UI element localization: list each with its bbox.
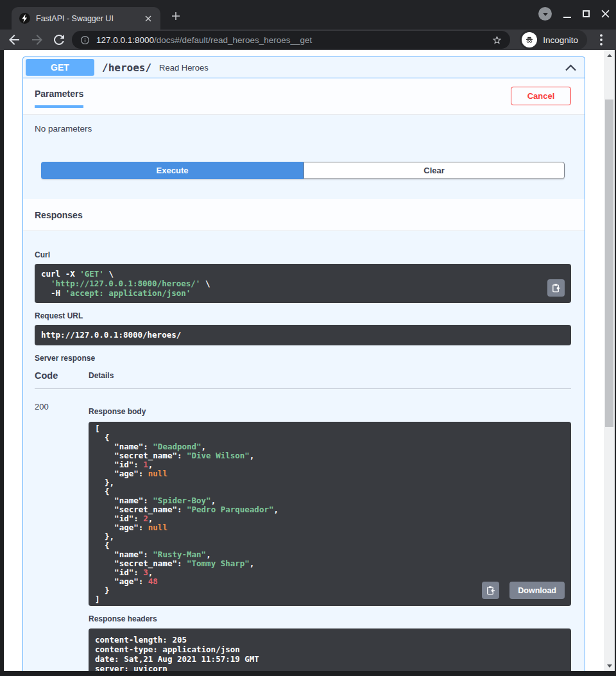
- forward-button-icon[interactable]: [30, 32, 45, 48]
- response-body-label: Response body: [89, 407, 571, 416]
- code-line: [: [95, 424, 565, 433]
- maximize-button[interactable]: [583, 10, 590, 17]
- browser-toolbar: 127.0.0.1:8000/docs#/default/read_heroes…: [0, 30, 616, 50]
- scroll-up-icon[interactable]: [604, 50, 615, 60]
- response-body-actions: Download: [482, 582, 565, 599]
- code-line: server: uvicorn: [95, 664, 565, 671]
- page-content: GET /heroes/ Read Heroes Parameters Canc…: [4, 50, 615, 671]
- response-row-200: 200 Response body [ { "name": "Deadpond"…: [35, 401, 571, 671]
- request-url-block: http://127.0.0.1:8000/heroes/: [35, 325, 571, 345]
- code-line: "id": 2,: [95, 514, 565, 523]
- code-line: "name": "Deadpond",: [95, 442, 565, 451]
- server-response-label: Server response: [35, 354, 571, 363]
- code-line: date: Sat,21 Aug 2021 11:57:19 GMT: [95, 654, 565, 664]
- window-controls: [538, 7, 610, 21]
- request-url-label: Request URL: [35, 311, 571, 320]
- operation-path: /heroes/: [102, 62, 151, 74]
- address-bar[interactable]: 127.0.0.1:8000/docs#/default/read_heroes…: [72, 31, 510, 49]
- url-text[interactable]: 127.0.0.1:8000/docs#/default/read_heroes…: [96, 35, 486, 45]
- browser-menu-icon[interactable]: [594, 33, 608, 47]
- code-line: {: [95, 433, 565, 442]
- new-tab-button[interactable]: [168, 8, 184, 24]
- code-line: "id": 1,: [95, 460, 565, 469]
- copy-curl-button[interactable]: [547, 279, 565, 297]
- incognito-icon: [522, 32, 537, 48]
- minimize-button[interactable]: [563, 10, 571, 18]
- tab-title: FastAPI - Swagger UI: [36, 14, 142, 23]
- code-column-header: Code: [35, 370, 89, 381]
- code-line: "id": 3,: [95, 568, 565, 577]
- code-line: "age": null: [95, 469, 565, 478]
- opblock-get-heroes: GET /heroes/ Read Heroes Parameters Canc…: [22, 56, 585, 671]
- close-window-button[interactable]: [601, 10, 610, 18]
- cancel-button[interactable]: Cancel: [511, 87, 571, 105]
- url-host: 127.0.0.1:8000: [96, 35, 154, 45]
- tab-close-icon[interactable]: [142, 13, 154, 24]
- code-line: "secret_name": "Dive Wilson",: [95, 451, 565, 460]
- page-info-icon[interactable]: [80, 35, 90, 45]
- tab-strip: FastAPI - Swagger UI: [0, 0, 616, 30]
- response-details-cell: Response body [ { "name": "Deadpond", "s…: [89, 401, 571, 671]
- code-line: http://127.0.0.1:8000/heroes/: [41, 331, 565, 340]
- window-menu-icon[interactable]: [538, 7, 552, 21]
- responses-title: Responses: [35, 210, 83, 220]
- incognito-badge: Incognito: [520, 30, 587, 49]
- server-response-table: Code Details 200 Response body [ { "name…: [35, 370, 571, 671]
- code-line: },: [95, 478, 565, 487]
- operation-summary[interactable]: GET /heroes/ Read Heroes: [23, 57, 585, 78]
- code-line: -H 'accept: application/json': [41, 288, 565, 298]
- bookmark-star-icon[interactable]: [492, 35, 502, 46]
- execute-row: Execute Clear: [41, 162, 565, 179]
- url-path: /docs#/default/read_heroes_heroes__get: [154, 35, 312, 45]
- code-line: "name": "Spider-Boy",: [95, 496, 565, 505]
- curl-code-block: curl -X 'GET' \ 'http://127.0.0.1:8000/h…: [35, 264, 571, 303]
- code-line: content-type: application/json: [95, 645, 565, 654]
- scrollbar-thumb[interactable]: [605, 100, 613, 427]
- copy-response-button[interactable]: [482, 582, 499, 599]
- response-headers-label: Response headers: [89, 614, 571, 623]
- code-line: 'http://127.0.0.1:8000/heroes/' \: [41, 279, 565, 288]
- response-headers-block: content-length: 205content-type: applica…: [89, 628, 571, 671]
- parameters-header: Parameters Cancel: [23, 78, 585, 115]
- try-it-out-section: No parameters Execute Clear: [23, 115, 585, 199]
- code-line: "secret_name": "Pedro Parqueador",: [95, 505, 565, 514]
- responses-body: Curl curl -X 'GET' \ 'http://127.0.0.1:8…: [23, 231, 585, 671]
- code-line: },: [95, 532, 565, 541]
- reload-button-icon[interactable]: [51, 32, 67, 48]
- method-badge: GET: [26, 59, 94, 76]
- responses-header: Responses: [23, 199, 585, 231]
- code-line: "age": null: [95, 523, 565, 532]
- page-scrollbar[interactable]: [604, 50, 615, 671]
- execute-button[interactable]: Execute: [41, 162, 304, 179]
- response-table-header: Code Details: [35, 370, 571, 389]
- back-button-icon[interactable]: [6, 32, 22, 48]
- code-line: {: [95, 541, 565, 550]
- code-line: "secret_name": "Tommy Sharp",: [95, 559, 565, 568]
- curl-label: Curl: [35, 250, 571, 259]
- code-line: "name": "Rusty-Man",: [95, 550, 565, 559]
- browser-tab[interactable]: FastAPI - Swagger UI: [12, 7, 160, 30]
- code-line: curl -X 'GET' \: [41, 269, 565, 279]
- scroll-down-icon[interactable]: [604, 661, 615, 671]
- collapse-chevron-icon[interactable]: [565, 64, 577, 71]
- browser-chrome: FastAPI - Swagger UI 127.0.0: [0, 0, 616, 50]
- operation-summary-text: Read Heroes: [159, 63, 209, 73]
- status-code: 200: [35, 401, 89, 671]
- details-column-header: Details: [89, 371, 114, 381]
- tab-parameters[interactable]: Parameters: [35, 89, 83, 108]
- no-parameters-text: No parameters: [35, 124, 573, 134]
- incognito-label: Incognito: [543, 35, 578, 45]
- download-button[interactable]: Download: [509, 582, 565, 599]
- code-line: {: [95, 487, 565, 496]
- fastapi-favicon-icon: [19, 13, 30, 24]
- code-line: content-length: 205: [95, 635, 565, 645]
- response-body-block: [ { "name": "Deadpond", "secret_name": "…: [89, 422, 571, 606]
- clear-button[interactable]: Clear: [304, 162, 565, 179]
